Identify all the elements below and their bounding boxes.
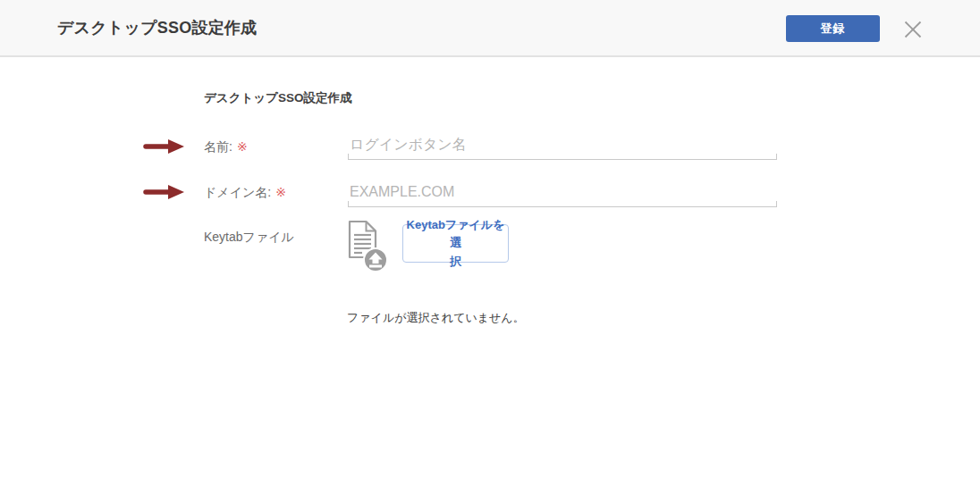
domain-label-text: ドメイン名: (204, 185, 271, 199)
required-mark: ※ (275, 185, 286, 199)
name-input[interactable] (348, 134, 777, 159)
name-label-text: 名前: (204, 139, 232, 154)
desktop-sso-create-dialog: デスクトップSSO設定作成 登録 デスクトップSSO設定作成 名前:※ (0, 0, 980, 494)
close-icon (901, 18, 925, 41)
file-status-text: ファイルが選択されていません。 (347, 310, 525, 326)
arrow-right-icon (143, 138, 185, 155)
name-field-label: 名前:※ (204, 139, 248, 155)
domain-input-wrap (348, 181, 777, 207)
dialog-title: デスクトップSSO設定作成 (57, 17, 257, 38)
form-subtitle: デスクトップSSO設定作成 (204, 90, 351, 106)
keytab-select-button-line1: Keytabファイルを選 (403, 216, 508, 252)
name-input-wrap (348, 134, 777, 160)
required-mark: ※ (237, 139, 248, 154)
keytab-select-button[interactable]: Keytabファイルを選 択 (402, 224, 509, 263)
domain-input[interactable] (348, 181, 777, 206)
keytab-select-button-line2: 択 (450, 253, 461, 271)
arrow-right-icon (143, 184, 185, 200)
close-button[interactable] (900, 17, 925, 42)
dialog-header: デスクトップSSO設定作成 登録 (0, 0, 980, 57)
register-button[interactable]: 登録 (786, 15, 880, 42)
file-upload-icon (348, 220, 389, 273)
domain-field-label: ドメイン名:※ (204, 185, 286, 201)
keytab-field-label: Keytabファイル (204, 230, 294, 246)
